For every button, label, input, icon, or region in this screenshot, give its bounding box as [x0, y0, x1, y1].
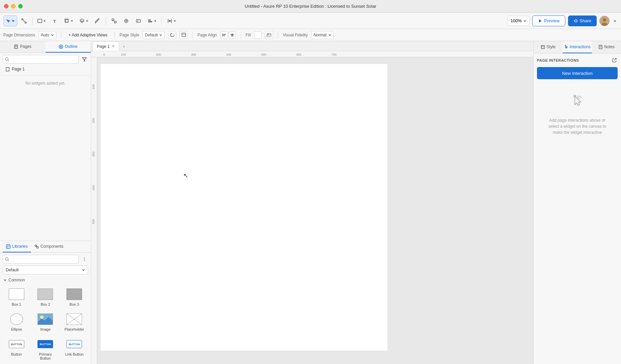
widget-primary-button[interactable]: BUTTON Primary Button — [32, 335, 59, 363]
user-menu-button[interactable] — [612, 16, 618, 26]
svg-rect-3 — [38, 19, 42, 23]
tab-notes[interactable]: Notes — [592, 41, 621, 53]
svg-rect-6 — [65, 20, 68, 22]
widget-placeholder[interactable]: Placeholder — [60, 310, 88, 334]
widget-ellipse[interactable]: Ellipse — [3, 310, 30, 334]
align-tool-button[interactable] — [145, 16, 159, 26]
connection-tool-button[interactable] — [19, 16, 29, 26]
tab-libraries[interactable]: Libraries — [3, 241, 31, 252]
share-button[interactable]: Share — [568, 16, 597, 26]
page-align-label: Page Align — [197, 33, 217, 37]
tab-outline[interactable]: Outline — [46, 41, 91, 53]
primary-button-thumbnail: BUTTON — [36, 337, 55, 351]
svg-line-49 — [8, 260, 9, 261]
pages-search-box[interactable] — [3, 55, 79, 64]
filter-button[interactable] — [81, 56, 88, 63]
page-style-select[interactable]: Default — [142, 31, 165, 39]
ellipse-thumbnail — [7, 312, 26, 326]
notes-tab-label: Notes — [604, 44, 615, 49]
style-tab-label: Style — [546, 44, 556, 49]
align-buttons — [220, 31, 236, 39]
svg-point-21 — [603, 18, 606, 22]
page-interactions-external-link[interactable] — [611, 57, 618, 64]
align-center-button[interactable] — [228, 31, 236, 39]
svg-point-32 — [268, 34, 269, 35]
left-panel: Pages Outline Page 1 — [0, 41, 91, 364]
ruler-left: 100 200 300 400 500 — [91, 57, 97, 364]
tab-interactions[interactable]: Interactions — [563, 41, 592, 53]
svg-rect-30 — [231, 35, 234, 36]
widget-link-button[interactable]: BUTTON Link Button — [60, 335, 88, 363]
common-section-header[interactable]: Common — [0, 276, 91, 284]
select-tool-button[interactable] — [3, 16, 17, 26]
svg-point-50 — [84, 257, 85, 258]
fill-color-swatch[interactable] — [254, 31, 262, 39]
svg-point-38 — [60, 46, 61, 47]
widget-box2[interactable]: Box 2 — [32, 285, 59, 309]
fit-tool-button[interactable] — [109, 16, 119, 26]
lib-menu-button[interactable] — [81, 255, 88, 263]
page-1-item[interactable]: Page 1 — [3, 65, 88, 73]
svg-point-39 — [5, 58, 8, 60]
tab-components[interactable]: Components — [31, 241, 67, 252]
components-tab-label: Components — [40, 244, 63, 249]
components-icon — [34, 244, 39, 249]
svg-marker-19 — [539, 19, 542, 23]
box1-thumbnail — [7, 287, 26, 301]
traffic-lights — [4, 4, 23, 8]
tab-pages[interactable]: Pages — [0, 41, 46, 53]
library-search-box[interactable] — [3, 255, 79, 264]
interactions-empty-state: Add page interactions above or select a … — [537, 79, 618, 146]
widget-box3[interactable]: Box 3 — [60, 285, 88, 309]
pen-tool-button[interactable] — [92, 16, 103, 26]
close-button[interactable] — [4, 4, 8, 8]
insert-tool-button[interactable] — [121, 16, 132, 26]
svg-point-45 — [35, 245, 37, 246]
fill-label: Fill — [246, 33, 251, 37]
preview-button[interactable]: Preview — [532, 16, 565, 26]
lib-tabs: Libraries Components — [0, 241, 91, 253]
visual-fidelity-select[interactable]: Normal — [311, 31, 334, 39]
page-interactions-header: PAGE INTERACTIONS — [537, 57, 618, 64]
placeholder-label: Placeholder — [64, 327, 84, 331]
svg-line-40 — [8, 60, 9, 61]
page-1-tab[interactable]: Page 1 ✕ — [92, 41, 119, 51]
align-left-button[interactable] — [220, 31, 228, 39]
crop-tool-button[interactable] — [62, 16, 76, 26]
rotate-left-button[interactable] — [168, 31, 176, 39]
distribute-tool-button[interactable] — [165, 16, 179, 26]
page-icon — [5, 67, 10, 71]
widget-button[interactable]: BUTTON Button — [3, 335, 30, 363]
left-panel-spacer — [0, 91, 91, 241]
widget-image[interactable]: Image — [32, 310, 59, 334]
widget-box1[interactable]: Box 1 — [3, 285, 30, 309]
box2-label: Box 2 — [40, 302, 50, 306]
notes-tab-icon — [598, 45, 603, 49]
new-interaction-button[interactable]: New Interaction — [537, 67, 618, 79]
canvas-area[interactable]: 0 100 200 300 400 500 600 700 100 200 30… — [91, 51, 533, 364]
button-label: Button — [11, 352, 22, 356]
minimize-button[interactable] — [11, 4, 16, 8]
toolbar-divider-3 — [162, 17, 162, 25]
canvas-settings-button[interactable] — [180, 31, 188, 39]
tab-style[interactable]: Style — [534, 41, 563, 53]
user-avatar[interactable] — [599, 16, 610, 26]
rectangle-tool-button[interactable] — [35, 16, 48, 26]
add-adaptive-views-button[interactable]: + Add Adaptive Views — [66, 31, 110, 39]
ellipse-label: Ellipse — [11, 327, 22, 331]
page-properties-bar: Page Dimensions Auto + Add Adaptive View… — [0, 29, 621, 41]
interactions-tab-label: Interactions — [570, 44, 591, 49]
group-tool-button[interactable] — [133, 16, 144, 26]
zoom-control[interactable]: 100% — [508, 16, 530, 26]
layers-tool-button[interactable] — [77, 16, 91, 26]
text-tool-button[interactable]: T — [50, 16, 60, 26]
tab-more-button[interactable]: › — [120, 43, 127, 50]
maximize-button[interactable] — [18, 4, 23, 8]
visual-fidelity-label: Visual Fidelity — [283, 33, 308, 37]
library-select[interactable]: Default — [3, 266, 88, 274]
fill-image-button[interactable] — [265, 31, 273, 39]
dimensions-select[interactable]: Auto — [38, 31, 56, 39]
svg-line-2 — [23, 20, 25, 22]
tab-close-button[interactable]: ✕ — [112, 44, 115, 49]
style-tab-icon — [541, 45, 545, 49]
